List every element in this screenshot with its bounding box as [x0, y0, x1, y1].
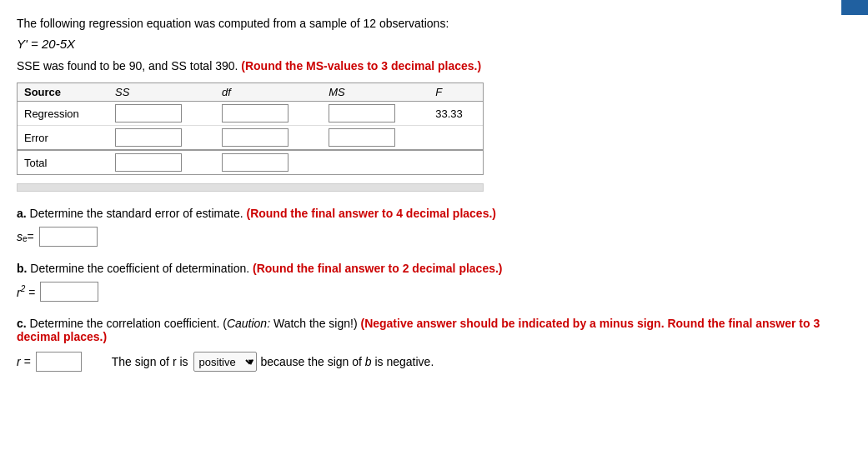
section-a-text: a. Determine the standard error of estim… — [17, 207, 851, 220]
f-total-empty — [429, 150, 483, 174]
sse-red: (Round the MS-values to 3 decimal places… — [241, 59, 481, 72]
ss-regression-cell — [108, 102, 215, 126]
se-input[interactable] — [39, 227, 98, 247]
se-label: se = — [17, 230, 34, 243]
source-total: Total — [18, 150, 108, 174]
ms-regression-input[interactable] — [329, 104, 395, 122]
section-c-answer-row: r = The sign of r is positive negative ▼… — [17, 352, 851, 372]
df-error-cell — [215, 126, 322, 151]
col-f: F — [429, 83, 483, 102]
table-row-total: Total — [18, 150, 483, 174]
r-label: r = — [17, 355, 31, 368]
section-b-text: b. Determine the coefficient of determin… — [17, 262, 851, 275]
equation-text: Y' = 20-5X — [17, 37, 75, 51]
sign-text-after: because the sign of b is negative. — [260, 355, 434, 368]
ms-regression-cell — [322, 102, 429, 126]
section-a-answer-row: se = — [17, 227, 851, 247]
table-row-error: Error — [18, 126, 483, 151]
sign-sentence: The sign of r is positive negative ▼ bec… — [112, 352, 434, 372]
sign-text-before: The sign of r is — [112, 355, 188, 368]
df-total-cell — [215, 150, 322, 174]
col-df: df — [215, 83, 322, 102]
ss-total-cell — [108, 150, 215, 174]
ss-regression-input[interactable] — [115, 104, 182, 122]
section-b-red: (Round the final answer to 2 decimal pla… — [253, 262, 503, 275]
section-a-label: a. — [17, 207, 27, 220]
table-row-regression: Regression 33.33 — [18, 102, 483, 126]
df-regression-cell — [215, 102, 322, 126]
f-error — [429, 126, 483, 151]
ss-total-input[interactable] — [115, 153, 182, 172]
section-b: b. Determine the coefficient of determin… — [17, 262, 851, 302]
col-source: Source — [18, 83, 108, 102]
section-c: c. Determine the correlation coefficient… — [17, 317, 851, 372]
ms-error-input[interactable] — [329, 128, 395, 147]
top-nav-bar — [841, 0, 868, 15]
ms-total-empty — [322, 150, 429, 174]
section-a: a. Determine the standard error of estim… — [17, 207, 851, 247]
f-regression: 33.33 — [429, 102, 483, 126]
ss-error-cell — [108, 126, 215, 151]
section-b-before: Determine the coefficient of determinati… — [30, 262, 253, 275]
r2-input[interactable] — [40, 282, 98, 302]
table-scrollbar[interactable] — [17, 183, 484, 192]
anova-table-container: Source SS df MS F Regression 33.33 — [17, 82, 484, 175]
section-a-before: Determine the standard error of estimate… — [30, 207, 247, 220]
section-b-label: b. — [17, 262, 27, 275]
section-b-answer-row: r2 = — [17, 282, 851, 302]
section-c-text: c. Determine the correlation coefficient… — [17, 317, 851, 343]
sse-text: SSE was found to be 90, and SS total 390… — [17, 59, 851, 72]
intro-text: The following regression equation was co… — [17, 17, 851, 30]
anova-table: Source SS df MS F Regression 33.33 — [18, 83, 483, 174]
r2-label: r2 = — [17, 284, 35, 299]
source-error: Error — [18, 126, 108, 151]
sign-dropdown[interactable]: positive negative — [193, 352, 257, 372]
df-regression-input[interactable] — [222, 104, 288, 122]
source-regression: Regression — [18, 102, 108, 126]
df-error-input[interactable] — [222, 128, 288, 147]
r-input[interactable] — [36, 352, 82, 372]
col-ss: SS — [108, 83, 215, 102]
ms-error-cell — [322, 126, 429, 151]
section-a-red: (Round the final answer to 4 decimal pla… — [246, 207, 496, 220]
equation: Y' = 20-5X — [17, 37, 851, 51]
df-total-input[interactable] — [222, 153, 288, 172]
col-ms: MS — [322, 83, 429, 102]
section-c-before: Determine the correlation coefficient. (… — [30, 317, 361, 330]
sse-before: SSE was found to be 90, and SS total 390… — [17, 59, 238, 72]
section-c-label: c. — [17, 317, 27, 330]
ss-error-input[interactable] — [115, 128, 182, 147]
